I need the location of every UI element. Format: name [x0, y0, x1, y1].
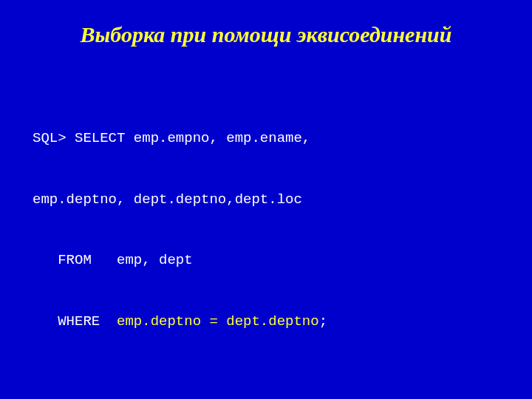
sql-line-1: SQL> SELECT emp.empno, emp.ename, [33, 129, 510, 149]
slide: Выборка при помощи эквисоединений SQL> S… [0, 0, 532, 399]
sql-line-3: FROM emp, dept [33, 250, 510, 271]
sql-semicolon: ; [319, 313, 327, 330]
sql-query-block: SQL> SELECT emp.empno, emp.ename, emp.de… [33, 88, 510, 373]
sql-line-4: WHERE emp.deptno = dept.deptno; [33, 312, 510, 332]
sql-where-condition: emp.deptno = dept.deptno [117, 313, 319, 330]
sql-result-block: EMPNO ENAME DEPTNO DEPTNO LOC ----------… [25, 394, 510, 399]
slide-title: Выборка при помощи эквисоединений [22, 22, 510, 47]
sql-line-2: emp.deptno, dept.deptno,dept.loc [33, 190, 510, 211]
sql-where-keyword: WHERE [33, 313, 117, 330]
